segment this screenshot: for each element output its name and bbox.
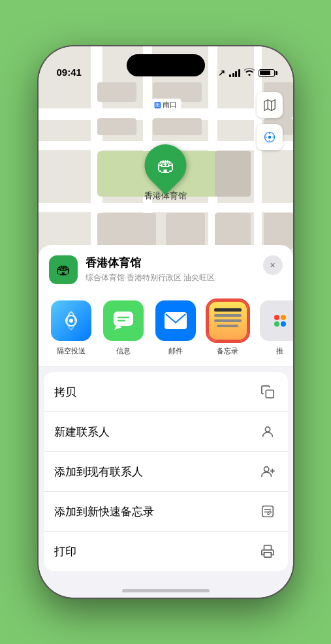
location-address: 综合体育馆·香港特别行政区 油尖旺区 (86, 272, 255, 283)
svg-point-15 (265, 427, 270, 432)
notes-label: 备忘录 (217, 346, 238, 356)
share-row: 隔空投送 信息 (39, 291, 293, 367)
close-button[interactable]: × (263, 255, 283, 275)
status-time: 09:41 (57, 67, 82, 78)
more-label: 推 (276, 346, 283, 356)
svg-point-2 (268, 136, 271, 139)
map-controls (257, 92, 283, 150)
svg-rect-14 (266, 390, 274, 398)
svg-point-8 (69, 319, 73, 323)
svg-rect-9 (114, 312, 133, 326)
copy-icon (258, 382, 277, 402)
airdrop-icon (51, 300, 91, 341)
action-new-contact-label: 新建联系人 (54, 425, 110, 440)
location-venue-icon: 🏟 (49, 255, 78, 284)
dynamic-island (127, 54, 205, 76)
map-label-text: 南口 (163, 100, 177, 110)
notes-wrapper (208, 300, 248, 341)
share-item-notes[interactable]: 备忘录 (206, 300, 250, 356)
action-add-contact-label: 添加到现有联系人 (54, 464, 143, 479)
pin-inner: 🏟 (157, 155, 175, 176)
notes-icon (208, 300, 248, 341)
action-new-contact[interactable]: 新建联系人 (44, 412, 288, 452)
more-icon (260, 300, 293, 341)
svg-rect-19 (262, 506, 273, 517)
home-indicator (122, 589, 210, 592)
wifi-icon (244, 68, 255, 78)
message-icon (103, 300, 144, 341)
action-copy-label: 拷贝 (54, 385, 76, 400)
share-item-mail[interactable]: 邮件 (153, 300, 198, 356)
map-label: 出 南口 (150, 99, 181, 111)
mail-icon (155, 300, 196, 341)
svg-rect-13 (165, 312, 187, 329)
share-item-more[interactable]: 推 (258, 300, 293, 356)
map-pin: 🏟 香港体育馆 (144, 144, 187, 202)
map-type-button[interactable] (257, 92, 283, 118)
mail-label: 邮件 (168, 346, 183, 356)
message-label: 信息 (116, 346, 131, 356)
action-quick-note-label: 添加到新快速备忘录 (54, 504, 154, 519)
airdrop-label: 隔空投送 (57, 346, 86, 356)
action-copy[interactable]: 拷贝 (44, 372, 288, 412)
print-icon (258, 541, 277, 561)
svg-point-16 (264, 467, 268, 472)
dots-icon (274, 315, 286, 327)
status-icons: ↗ (218, 68, 275, 78)
share-item-message[interactable]: 信息 (101, 300, 146, 356)
location-arrow-icon: ↗ (218, 68, 225, 78)
action-add-contact[interactable]: 添加到现有联系人 (44, 452, 288, 492)
bottom-sheet: 🏟 香港体育馆 综合体育馆·香港特别行政区 油尖旺区 × (39, 245, 293, 598)
signal-bars-icon (229, 69, 240, 77)
location-info: 香港体育馆 综合体育馆·香港特别行政区 油尖旺区 (86, 255, 255, 291)
svg-rect-23 (264, 553, 271, 557)
pin-circle: 🏟 (136, 136, 195, 195)
svg-rect-22 (264, 545, 271, 550)
action-quick-note[interactable]: 添加到新快速备忘录 (44, 492, 288, 532)
action-print-label: 打印 (54, 544, 76, 559)
phone-screen: 09:41 ↗ (39, 46, 293, 598)
location-name: 香港体育馆 (86, 255, 255, 270)
person-add-icon (258, 462, 277, 481)
phone-frame: 09:41 ↗ (39, 46, 293, 598)
location-button[interactable] (257, 124, 283, 150)
location-header: 🏟 香港体育馆 综合体育馆·香港特别行政区 油尖旺区 × (39, 245, 293, 291)
quick-note-icon (258, 502, 277, 521)
action-list: 拷贝 新建联系人 (44, 372, 288, 571)
share-item-airdrop[interactable]: 隔空投送 (49, 300, 93, 356)
battery-icon (259, 69, 275, 77)
action-print[interactable]: 打印 (44, 532, 288, 571)
person-icon (258, 422, 277, 442)
